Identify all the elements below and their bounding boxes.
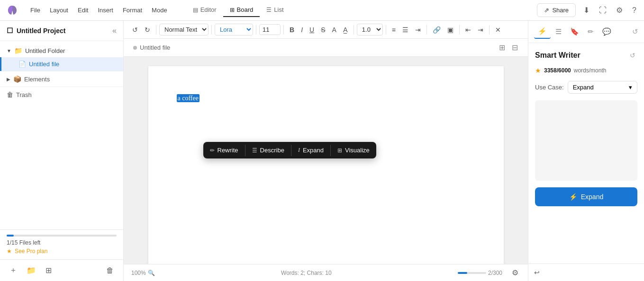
quota-star-icon: ★ — [535, 67, 541, 74]
sidebar-collapse-button[interactable]: « — [112, 26, 117, 35]
project-title: ☐ Untitled Project — [7, 26, 65, 35]
context-visualize-button[interactable]: ⊞ Visualize — [331, 142, 376, 158]
nav-format[interactable]: Format — [119, 5, 146, 16]
exit-panel-button[interactable]: ↩ — [534, 269, 540, 276]
output-area — [535, 100, 637, 181]
toolbar-divider-5 — [354, 25, 354, 35]
context-describe-button[interactable]: ☰ Describe — [245, 142, 291, 158]
editor-view-buttons: ⊞ ⊟ — [497, 42, 520, 53]
right-panel-content: Smart Writer ↺ ★ 3358/6000 words/month U… — [528, 43, 644, 263]
clear-format-button[interactable]: ✕ — [492, 24, 504, 35]
tab-editor[interactable]: ▤ Editor — [186, 3, 223, 17]
toolbar-divider-3 — [256, 25, 256, 35]
board-tab-icon: ⊞ — [230, 7, 235, 13]
smart-writer-history-button[interactable]: ↺ — [628, 50, 637, 61]
toolbar-divider-6 — [386, 25, 386, 35]
toolbar-divider-2 — [211, 25, 212, 35]
sidebar-actions: ＋ 📁 ⊞ 🗑 — [0, 259, 123, 281]
folder-icon: 📁 — [14, 47, 22, 54]
bold-button[interactable]: B — [287, 24, 297, 35]
download-button[interactable]: ⬇ — [581, 4, 591, 17]
rp-tab-bookmarks[interactable]: 🔖 — [566, 25, 583, 39]
file-label: Untitled file — [29, 61, 59, 68]
use-case-select[interactable]: Expand ▾ — [568, 81, 637, 94]
sidebar-item-elements[interactable]: ▶ 📦 Elements — [0, 71, 123, 87]
rp-history-button[interactable]: ↺ — [632, 27, 638, 36]
split-horizontal-button[interactable]: ⊞ — [497, 42, 508, 53]
sidebar-item-trash[interactable]: 🗑 Trash — [0, 87, 123, 102]
zoom-control[interactable]: 100% 🔍 — [131, 270, 155, 276]
document-page: a coffee ✏ Rewrite ☰ Describe — [148, 66, 504, 264]
editor-tab-icon: ▤ — [193, 7, 198, 13]
line-height-select[interactable]: 1.0 1.5 2.0 — [357, 24, 383, 35]
text-color-button[interactable]: A — [329, 24, 339, 35]
right-panel: ⚡ ☰ 🔖 ✏ 💬 ↺ Smart Writer ↺ ★ 3358/6000 w… — [528, 21, 644, 281]
add-folder-button[interactable]: 📁 — [24, 264, 39, 277]
underline-button[interactable]: U — [307, 24, 317, 35]
italic-button[interactable]: I — [298, 24, 306, 35]
settings-button[interactable]: ⚙ — [614, 4, 625, 17]
nav-mode[interactable]: Mode — [148, 5, 171, 16]
nav-layout[interactable]: Layout — [46, 5, 72, 16]
add-block-button[interactable]: ⊞ — [43, 264, 54, 277]
context-expand-button[interactable]: I Expand — [291, 142, 330, 158]
visualize-icon: ⊞ — [337, 147, 342, 154]
delete-button[interactable]: 🗑 — [103, 264, 117, 277]
redo-button[interactable]: ↻ — [142, 24, 153, 35]
right-panel-tabs: ⚡ ☰ 🔖 ✏ 💬 ↺ — [528, 21, 644, 43]
tab-board[interactable]: ⊞ Board — [223, 3, 260, 17]
files-left-label: 1/15 Files left — [7, 239, 117, 246]
list-ol-button[interactable]: ☰ — [399, 24, 411, 35]
trash-label: Trash — [16, 91, 32, 98]
doc-icon: ☐ — [7, 26, 13, 35]
nav-file[interactable]: File — [27, 5, 44, 16]
context-rewrite-button[interactable]: ✏ Rewrite — [203, 142, 245, 158]
image-button[interactable]: ▣ — [444, 24, 456, 35]
rp-tab-edit[interactable]: ✏ — [584, 25, 598, 39]
editor-canvas[interactable]: a coffee ✏ Rewrite ☰ Describe — [124, 57, 528, 264]
see-pro-button[interactable]: ★ See Pro plan — [7, 248, 117, 255]
project-title-label: Untitled Project — [17, 27, 65, 35]
toolbar-divider-4 — [283, 25, 284, 35]
help-button[interactable]: ? — [630, 4, 638, 17]
list-ul-button[interactable]: ≡ — [389, 24, 399, 35]
fullscreen-button[interactable]: ⛶ — [597, 4, 608, 17]
nav-menu: File Layout Edit Insert Format Mode — [27, 5, 171, 16]
rp-tab-smart-writer[interactable]: ⚡ — [534, 25, 551, 39]
sidebar-item-file[interactable]: 📄 Untitled file — [0, 57, 123, 71]
status-settings-button[interactable]: ⚙ — [510, 266, 520, 279]
text-style-select[interactable]: Normal Text Heading 1 Heading 2 — [159, 24, 209, 35]
nav-edit[interactable]: Edit — [74, 5, 92, 16]
rp-tab-comments[interactable]: 💬 — [599, 25, 615, 39]
sidebar-item-folder[interactable]: ▼ 📁 Untitled Folder — [0, 44, 123, 57]
top-right-controls: ⇗ Share ⬇ ⛶ ⚙ ? — [537, 3, 638, 17]
use-case-row: Use Case: Expand ▾ — [535, 81, 637, 94]
editor-right: ↺ ↻ Normal Text Heading 1 Heading 2 Lora… — [124, 21, 644, 281]
editor-file-tab[interactable]: Untitled file — [131, 44, 172, 51]
editor-tab-label: Editor — [200, 6, 217, 13]
rp-tab-icons: ⚡ ☰ 🔖 ✏ 💬 — [534, 25, 615, 39]
split-vertical-button[interactable]: ⊟ — [509, 42, 520, 53]
add-file-button[interactable]: ＋ — [7, 263, 20, 277]
highlight-button[interactable]: A̲ — [340, 24, 351, 35]
status-right-controls: ⚙ — [510, 266, 520, 279]
tab-list[interactable]: ☰ List — [260, 3, 290, 17]
files-progress-bar — [7, 235, 117, 237]
board-tab-label: Board — [237, 6, 254, 13]
expand-button[interactable]: ⚡ Expand — [535, 187, 637, 206]
strikethrough-button[interactable]: S — [318, 24, 328, 35]
undo-button[interactable]: ↺ — [129, 24, 141, 35]
align-left-button[interactable]: ⇤ — [463, 24, 474, 35]
font-select[interactable]: Lora Georgia — [215, 24, 253, 35]
main-layout: ☐ Untitled Project « ▼ 📁 Untitled Folder… — [0, 21, 644, 281]
share-button[interactable]: ⇗ Share — [537, 3, 576, 17]
sidebar-bottom: 1/15 Files left ★ See Pro plan — [0, 229, 123, 259]
indent-button[interactable]: ⇥ — [412, 24, 424, 35]
font-size-input[interactable] — [259, 24, 281, 35]
share-icon: ⇗ — [544, 7, 549, 14]
align-right-button[interactable]: ⇥ — [475, 24, 486, 35]
nav-insert[interactable]: Insert — [94, 5, 117, 16]
link-button[interactable]: 🔗 — [430, 24, 444, 35]
rp-tab-docs[interactable]: ☰ — [552, 25, 565, 39]
rewrite-label: Rewrite — [218, 147, 238, 154]
